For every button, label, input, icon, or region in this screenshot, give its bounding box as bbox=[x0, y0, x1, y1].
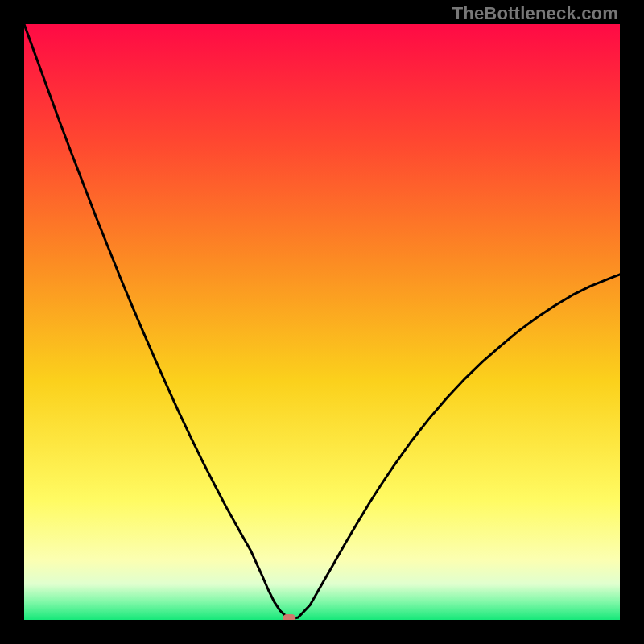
frame: TheBottleneck.com bbox=[0, 0, 644, 644]
optimum-marker bbox=[283, 614, 295, 620]
plot-area bbox=[24, 24, 620, 620]
bottleneck-curve bbox=[24, 24, 620, 620]
curve-path bbox=[24, 24, 620, 619]
watermark-text: TheBottleneck.com bbox=[452, 3, 618, 24]
